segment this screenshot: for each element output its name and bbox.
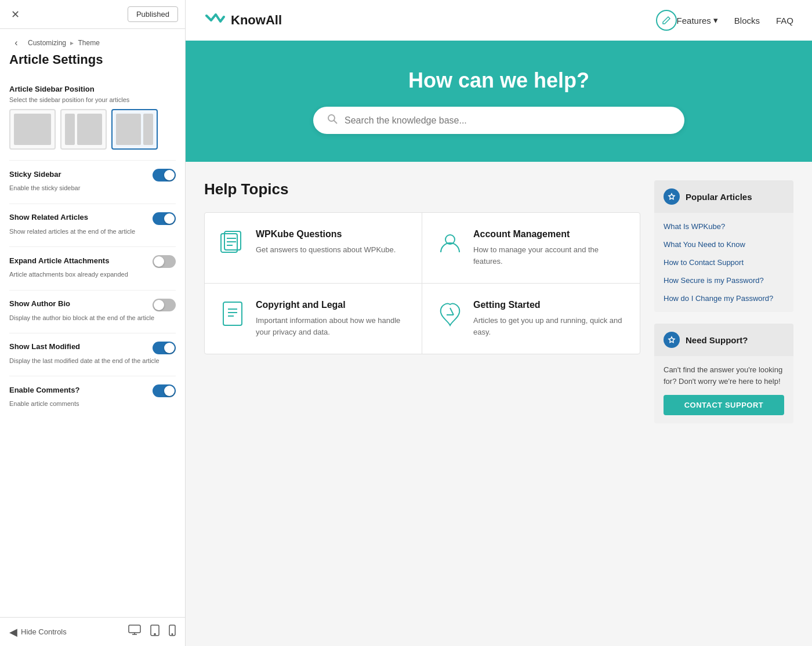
popular-link-1[interactable]: What You Need to Know [654,235,793,253]
show-author-bio-thumb [154,300,164,310]
published-button[interactable]: Published [128,6,178,22]
show-related-setting: Show Related Articles Show related artic… [9,204,176,236]
sidebar-option-none[interactable] [9,109,56,150]
breadcrumb-separator: ▸ [70,39,74,47]
right-panel: KnowAll Features ▾ Blocks FAQ How can we… [186,0,812,646]
show-related-desc: Show related articles at the end of the … [9,227,176,236]
popular-link-4[interactable]: How do I Change my Password? [654,289,793,307]
enable-comments-toggle[interactable] [153,384,176,397]
topic-body-copyright: Copyright and Legal Important informatio… [256,300,408,337]
expand-attachments-row: Expand Article Attachments [9,255,176,268]
account-icon [436,229,464,257]
enable-comments-thumb [164,386,175,396]
show-related-row: Show Related Articles [9,212,176,225]
topic-card-copyright[interactable]: Copyright and Legal Important informatio… [205,284,422,354]
nav-edit-button[interactable] [656,10,677,31]
expand-attachments-desc: Article attachments box already expanded [9,270,176,279]
topic-card-account[interactable]: Account Management How to manage your ac… [422,213,640,284]
desktop-preview-icon[interactable] [128,625,141,639]
nav-blocks[interactable]: Blocks [734,16,760,26]
topic-desc-wpkube: Get answers to questions about WPKube. [256,244,396,256]
show-related-label: Show Related Articles [9,213,88,222]
popular-articles-links: What Is WPKube? What You Need to Know Ho… [654,213,793,312]
svg-point-7 [328,115,335,121]
show-author-bio-desc: Display the author bio block at the end … [9,314,176,322]
topic-name-copyright: Copyright and Legal [256,300,408,310]
nav-links: Features ▾ Blocks FAQ [677,15,793,26]
back-button[interactable]: ‹ [9,36,23,50]
popular-articles-icon [664,188,680,205]
show-last-modified-setting: Show Last Modified Display the last modi… [9,333,176,365]
show-last-modified-toggle[interactable] [153,342,176,354]
site-logo: KnowAll [204,9,282,32]
sidebar-position-label: Article Sidebar Position [9,85,176,93]
hide-controls-button[interactable]: ◀ Hide Controls [9,626,67,638]
svg-rect-0 [129,625,140,633]
nav-features[interactable]: Features ▾ [677,15,718,26]
topic-name-account: Account Management [473,229,626,239]
topic-desc-copyright: Important information about how we handl… [256,315,408,337]
close-button[interactable]: ✕ [7,6,23,23]
content-area: Help Topics WPKube Questions Get answers… [204,180,640,423]
hide-controls-icon: ◀ [9,626,17,638]
sidebar-option-right[interactable] [111,109,158,150]
popular-link-3[interactable]: How Secure is my Password? [654,271,793,289]
enable-comments-setting: Enable Comments? Enable article comments [9,376,176,408]
svg-point-6 [172,634,173,635]
need-support-widget: Need Support? Can't find the answer you'… [654,324,793,423]
show-author-bio-setting: Show Author Bio Display the author bio b… [9,290,176,322]
hide-controls-label: Hide Controls [21,627,67,636]
help-topics-title: Help Topics [204,180,640,198]
show-author-bio-label: Show Author Bio [9,299,70,308]
mobile-preview-icon[interactable] [169,625,176,639]
expand-attachments-label: Expand Article Attachments [9,256,109,265]
popular-articles-widget: Popular Articles What Is WPKube? What Yo… [654,180,793,312]
sticky-sidebar-toggle[interactable] [153,169,176,182]
show-related-toggle[interactable] [153,212,176,225]
preview-icons [128,625,176,639]
contact-support-button[interactable]: CONTACT SUPPORT [664,395,784,415]
breadcrumb: Customizing ▸ Theme [28,39,100,47]
show-last-modified-thumb [164,343,175,353]
search-input[interactable] [345,115,670,126]
site-nav: KnowAll Features ▾ Blocks FAQ [186,0,812,41]
enable-comments-label: Enable Comments? [9,386,79,394]
topic-card-getting-started[interactable]: Getting Started Articles to get you up a… [422,284,640,354]
hero-section: How can we help? [186,41,812,162]
sidebar-widgets: Popular Articles What Is WPKube? What Yo… [654,180,793,423]
popular-link-2[interactable]: How to Contact Support [654,253,793,271]
popular-link-0[interactable]: What Is WPKube? [654,217,793,235]
topic-body-account: Account Management How to manage your ac… [473,229,626,267]
left-panel: ✕ Published ‹ Customizing ▸ Theme Articl… [0,0,186,646]
need-support-body: Can't find the answer you're looking for… [654,356,793,423]
popular-articles-header: Popular Articles [654,180,793,213]
sidebar-options [9,109,176,150]
breadcrumb-part2: Theme [78,39,100,47]
sidebar-position-setting: Article Sidebar Position Select the side… [9,77,176,150]
need-support-header: Need Support? [654,324,793,356]
sticky-sidebar-desc: Enable the sticky sidebar [9,184,176,193]
need-support-icon [664,332,680,348]
topic-desc-account: How to manage your account and the featu… [473,244,626,267]
bottom-bar: ◀ Hide Controls [0,617,185,646]
popular-articles-title: Popular Articles [686,192,752,202]
tablet-preview-icon[interactable] [150,625,160,639]
show-author-bio-toggle[interactable] [153,299,176,311]
show-last-modified-row: Show Last Modified [9,342,176,354]
breadcrumb-part1: Customizing [28,39,66,47]
svg-line-19 [450,308,454,315]
enable-comments-desc: Enable article comments [9,400,176,408]
topic-card-wpkube[interactable]: WPKube Questions Get answers to question… [205,213,422,284]
sticky-sidebar-thumb [164,170,175,180]
sidebar-option-left[interactable] [60,109,107,150]
svg-rect-15 [223,302,242,325]
enable-comments-row: Enable Comments? [9,384,176,397]
search-icon [327,114,338,127]
logo-text: KnowAll [231,13,282,28]
page-title: Article Settings [9,52,176,67]
nav-faq[interactable]: FAQ [776,16,793,26]
chevron-down-icon: ▾ [713,15,718,26]
expand-attachments-toggle[interactable] [153,255,176,268]
svg-point-4 [154,634,155,635]
topic-desc-getting-started: Articles to get you up and running, quic… [473,315,626,337]
